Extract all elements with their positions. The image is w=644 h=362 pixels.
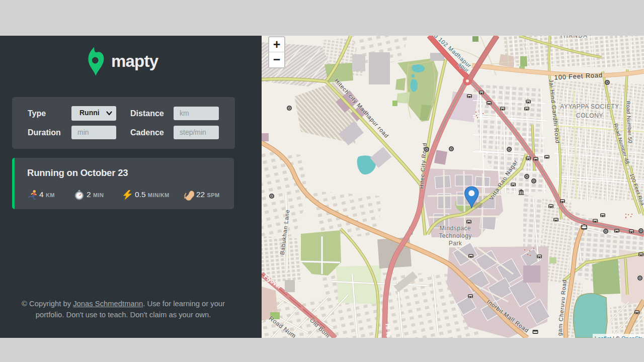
svg-text:THANDA: THANDA (559, 36, 588, 39)
svg-text:COLONY: COLONY (576, 112, 603, 119)
svg-text:Hi Te: Hi Te (385, 324, 392, 338)
svg-text:Technology: Technology (439, 232, 472, 239)
svg-text:Park: Park (449, 240, 462, 247)
svg-text:AYYAPPA SOCIETY: AYYAPPA SOCIETY (560, 103, 619, 110)
svg-text:Mindspace: Mindspace (440, 225, 471, 232)
